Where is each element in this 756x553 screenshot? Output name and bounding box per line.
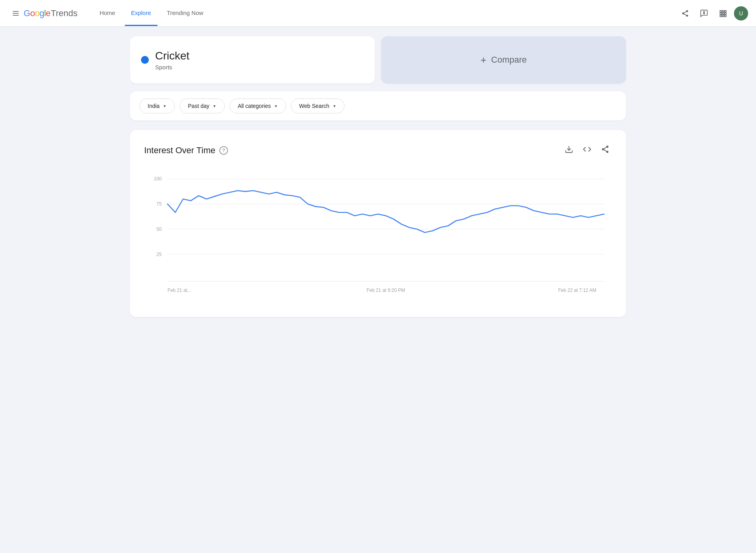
download-button[interactable] xyxy=(562,143,576,158)
region-filter[interactable]: India ▼ xyxy=(139,98,175,113)
x-label-mid: Feb 21 at 9:20 PM xyxy=(367,288,405,293)
nav-home[interactable]: Home xyxy=(93,1,122,26)
svg-line-21 xyxy=(604,150,606,151)
svg-rect-8 xyxy=(720,10,722,12)
svg-rect-14 xyxy=(720,15,722,17)
logo-trends: Trends xyxy=(51,8,78,19)
time-filter-label: Past day xyxy=(188,103,209,109)
search-term: Cricket xyxy=(155,50,189,62)
x-label-end: Feb 22 at 7:12 AM xyxy=(558,288,596,293)
category-filter-label: All categories xyxy=(238,103,271,109)
category-filter[interactable]: All categories ▼ xyxy=(230,98,286,113)
download-icon xyxy=(565,145,573,154)
chart-section: Interest Over Time ? xyxy=(130,130,626,317)
svg-rect-10 xyxy=(724,10,726,12)
x-label-start: Feb 21 at... xyxy=(167,288,191,293)
search-text: Cricket Sports xyxy=(155,50,189,71)
avatar[interactable]: U xyxy=(734,6,748,20)
compare-plus-icon: + xyxy=(480,54,486,66)
nav-trending[interactable]: Trending Now xyxy=(161,1,210,26)
search-dot xyxy=(141,56,149,64)
svg-point-19 xyxy=(602,148,604,150)
region-filter-arrow: ▼ xyxy=(163,104,167,108)
apps-icon xyxy=(719,9,727,17)
logo-g2: g xyxy=(39,8,44,18)
menu-button[interactable] xyxy=(8,6,24,21)
time-filter-arrow: ▼ xyxy=(213,104,217,108)
chart-title-row: Interest Over Time ? xyxy=(144,145,228,156)
svg-line-6 xyxy=(684,14,686,15)
header: Google Trends Home Explore Trending Now xyxy=(0,0,756,27)
feedback-button[interactable] xyxy=(696,6,712,21)
svg-rect-13 xyxy=(724,13,726,14)
chart-share-icon xyxy=(601,145,610,154)
filters-section: India ▼ Past day ▼ All categories ▼ Web … xyxy=(130,91,626,121)
time-filter[interactable]: Past day ▼ xyxy=(180,98,224,113)
logo-g: G xyxy=(24,8,30,18)
compare-label: Compare xyxy=(491,55,526,65)
category-filter-arrow: ▼ xyxy=(274,104,278,108)
share-button[interactable] xyxy=(677,6,693,21)
svg-point-4 xyxy=(682,12,684,14)
search-category: Sports xyxy=(155,64,189,71)
y-label-75: 75 xyxy=(156,201,161,207)
main-content: Cricket Sports + Compare India ▼ Past da… xyxy=(122,27,634,327)
embed-button[interactable] xyxy=(580,143,594,158)
feedback-icon xyxy=(700,9,708,17)
search-type-filter-arrow: ▼ xyxy=(332,104,336,108)
help-icon[interactable]: ? xyxy=(219,146,228,155)
y-label-50: 50 xyxy=(156,226,161,232)
chart-share-button[interactable] xyxy=(598,143,612,158)
y-label-100: 100 xyxy=(154,176,162,182)
logo-o1: o xyxy=(30,8,35,18)
svg-rect-15 xyxy=(722,15,724,17)
main-nav: Home Explore Trending Now xyxy=(93,1,677,26)
y-label-25: 25 xyxy=(156,251,161,257)
chart-line xyxy=(167,191,604,232)
chart-wrapper: 100 75 50 25 Feb 21 at... Feb 21 at 9:20… xyxy=(144,171,612,304)
svg-line-7 xyxy=(684,11,686,13)
svg-rect-11 xyxy=(720,13,722,14)
search-type-filter-label: Web Search xyxy=(299,103,330,109)
search-type-filter[interactable]: Web Search ▼ xyxy=(291,98,345,113)
svg-rect-12 xyxy=(722,13,724,14)
logo-e: e xyxy=(46,8,50,18)
share-icon xyxy=(681,9,689,17)
interest-chart: 100 75 50 25 Feb 21 at... Feb 21 at 9:20… xyxy=(144,171,612,304)
chart-actions xyxy=(562,143,612,158)
svg-point-18 xyxy=(606,146,609,148)
apps-button[interactable] xyxy=(715,6,731,21)
svg-point-5 xyxy=(686,15,688,17)
search-card: Cricket Sports xyxy=(130,36,375,84)
chart-header: Interest Over Time ? xyxy=(144,143,612,158)
embed-icon xyxy=(583,145,591,154)
svg-point-3 xyxy=(686,10,688,12)
compare-card[interactable]: + Compare xyxy=(381,36,626,84)
logo[interactable]: Google Trends xyxy=(24,8,78,19)
svg-line-22 xyxy=(604,147,606,149)
menu-icon xyxy=(12,9,20,17)
logo-o2: o xyxy=(35,8,39,18)
svg-rect-9 xyxy=(722,10,724,12)
nav-explore[interactable]: Explore xyxy=(125,1,158,26)
svg-rect-16 xyxy=(724,15,726,17)
chart-title: Interest Over Time xyxy=(144,145,215,156)
search-section: Cricket Sports + Compare xyxy=(130,36,626,84)
svg-point-20 xyxy=(606,151,609,153)
header-actions: U xyxy=(677,6,748,21)
region-filter-label: India xyxy=(148,103,159,109)
